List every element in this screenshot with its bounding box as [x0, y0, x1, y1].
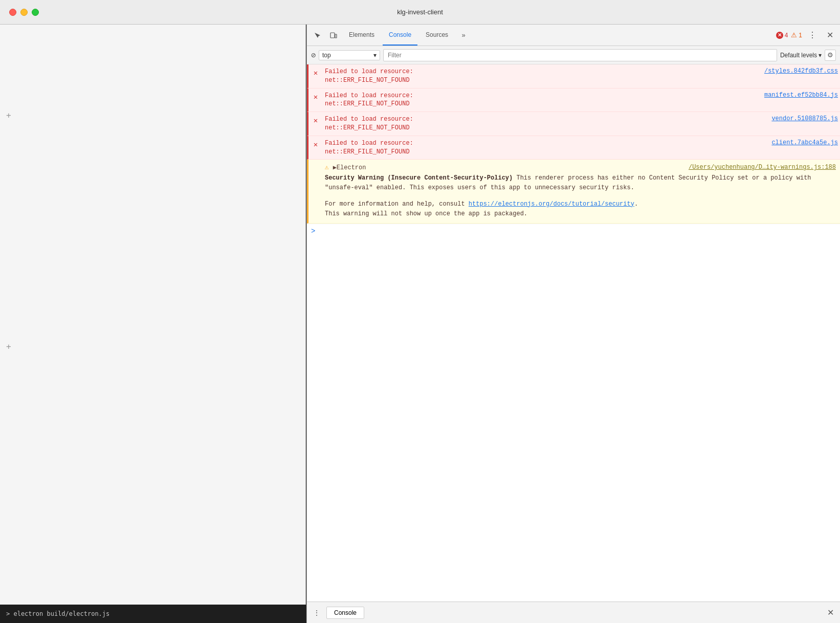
bottom-menu-btn[interactable]: ⋮	[311, 607, 322, 618]
entry-text-2: Failed to load resource: net::ERR_FILE_N…	[325, 92, 413, 109]
window-title: klg-invest-client	[397, 8, 443, 16]
warning-badge: ⚠ 1	[791, 31, 802, 39]
console-settings-btn[interactable]: ⚙	[825, 50, 836, 61]
console-warning-entry: ⚠ ▶Electron /Users/yuchenhuang/D…ity-war…	[307, 160, 840, 224]
entry-text-1: Failed to load resource: net::ERR_FILE_N…	[325, 68, 413, 85]
cursor-icon-btn[interactable]	[310, 28, 324, 42]
warning-header-left: ⚠ ▶Electron	[325, 163, 366, 173]
default-levels-selector[interactable]: Default levels ▾	[780, 52, 822, 59]
error-text-line1-4: Failed to load resource:	[325, 140, 413, 147]
warning-footer-text: This warning will not show up once the a…	[325, 209, 836, 219]
entry-body-1: Failed to load resource: net::ERR_FILE_N…	[323, 64, 840, 88]
devtools-bottom-bar: ⋮ Console ✕	[307, 602, 840, 623]
error-icon: ✕	[776, 32, 783, 39]
error-badge: ✕ 4	[776, 32, 788, 39]
context-selector[interactable]: top ▾	[319, 50, 380, 60]
error-icon-1: ✕	[308, 64, 323, 88]
filter-input[interactable]	[383, 49, 777, 61]
chevron-down-icon: ▾	[373, 52, 377, 59]
tab-console[interactable]: Console	[383, 25, 417, 46]
tab-elements[interactable]: Elements	[343, 25, 381, 46]
error-text-line1-3: Failed to load resource:	[325, 116, 413, 123]
devtools-panel: Elements Console Sources » ✕ 4 ⚠ 1 ⋮ ✕ ⊘…	[306, 25, 840, 623]
entry-text-3: Failed to load resource: net::ERR_FILE_N…	[325, 115, 413, 132]
entry-line-1: Failed to load resource: net::ERR_FILE_N…	[325, 68, 838, 85]
bottom-console-tab[interactable]: Console	[326, 607, 364, 619]
devtools-close-btn[interactable]: ✕	[823, 28, 837, 42]
error-text-line2-4: net::ERR_FILE_NOT_FOUND	[325, 148, 410, 155]
warning-header-row: ⚠ ▶Electron /Users/yuchenhuang/D…ity-war…	[325, 163, 836, 173]
warning-link-prefix: For more information and help, consult	[325, 201, 469, 208]
warning-expander[interactable]: ▶Electron	[333, 164, 366, 171]
traffic-lights	[9, 9, 39, 16]
error-count: 4	[785, 32, 788, 39]
entry-body-4: Failed to load resource: net::ERR_FILE_N…	[323, 136, 840, 160]
warning-body: Security Warning (Insecure Content-Secur…	[325, 173, 836, 193]
context-value: top	[322, 52, 331, 59]
toolbar-right: ✕ 4 ⚠ 1 ⋮ ✕	[776, 28, 837, 42]
error-text-line1-1: Failed to load resource:	[325, 68, 413, 75]
entry-text-4: Failed to load resource: net::ERR_FILE_N…	[325, 139, 413, 157]
entry-body-3: Failed to load resource: net::ERR_FILE_N…	[323, 112, 840, 136]
console-content[interactable]: ✕ Failed to load resource: net::ERR_FILE…	[307, 64, 840, 602]
console-error-entry-2: ✕ Failed to load resource: net::ERR_FILE…	[307, 88, 840, 113]
levels-chevron-icon: ▾	[819, 52, 822, 59]
error-icon-4: ✕	[308, 136, 323, 160]
add-icon-top[interactable]: +	[6, 110, 11, 120]
console-error-entry-3: ✕ Failed to load resource: net::ERR_FILE…	[307, 112, 840, 136]
block-icon[interactable]: ⊘	[311, 51, 316, 60]
warning-link-section: For more information and help, consult h…	[325, 199, 836, 209]
minimize-button[interactable]	[20, 9, 28, 16]
error-source-2[interactable]: manifest.ef52bb84.js	[764, 92, 838, 99]
warning-link[interactable]: https://electronjs.org/docs/tutorial/sec…	[469, 201, 634, 208]
title-bar: klg-invest-client	[0, 0, 840, 25]
error-text-line2-1: net::ERR_FILE_NOT_FOUND	[325, 77, 410, 84]
maximize-button[interactable]	[32, 9, 39, 16]
devtools-toolbar: Elements Console Sources » ✕ 4 ⚠ 1 ⋮ ✕	[307, 25, 840, 46]
console-filter-bar: ⊘ top ▾ Default levels ▾ ⚙	[307, 46, 840, 64]
warning-count: 1	[799, 32, 802, 39]
close-button[interactable]	[9, 9, 16, 16]
warning-source[interactable]: /Users/yuchenhuang/D…ity-warnings.js:188	[689, 163, 836, 172]
warning-link-suffix: .	[634, 201, 638, 208]
console-prompt[interactable]: >	[307, 224, 840, 239]
main-content-area: + +	[0, 25, 306, 623]
warning-triangle-icon: ⚠	[325, 164, 333, 171]
tab-sources[interactable]: Sources	[419, 25, 454, 46]
error-source-1[interactable]: /styles.842fdb3f.css	[764, 68, 838, 75]
more-tabs-btn[interactable]: »	[456, 28, 471, 42]
entry-line-4: Failed to load resource: net::ERR_FILE_N…	[325, 139, 838, 157]
terminal-text: > electron build/electron.js	[6, 610, 109, 617]
add-icon-middle[interactable]: +	[6, 342, 11, 351]
svg-rect-0	[330, 33, 335, 38]
error-text-line1-2: Failed to load resource:	[325, 92, 413, 99]
error-icon-3: ✕	[308, 112, 323, 136]
devtools-menu-btn[interactable]: ⋮	[805, 28, 820, 42]
default-levels-label: Default levels	[780, 52, 817, 59]
console-error-entry-1: ✕ Failed to load resource: net::ERR_FILE…	[307, 64, 840, 88]
svg-rect-1	[335, 34, 337, 38]
error-text-line2-3: net::ERR_FILE_NOT_FOUND	[325, 124, 410, 131]
terminal-bar: > electron build/electron.js	[0, 605, 306, 623]
error-source-3[interactable]: vendor.51088785.js	[771, 115, 838, 122]
error-icon-2: ✕	[308, 88, 323, 112]
error-source-4[interactable]: client.7abc4a5e.js	[771, 139, 838, 146]
warning-icon: ⚠	[791, 31, 797, 39]
error-text-line2-2: net::ERR_FILE_NOT_FOUND	[325, 100, 410, 107]
console-error-entry-4: ✕ Failed to load resource: net::ERR_FILE…	[307, 136, 840, 160]
bottom-close-btn[interactable]: ✕	[825, 607, 836, 618]
device-icon-btn[interactable]	[326, 28, 341, 42]
prompt-arrow: >	[311, 227, 315, 235]
entry-body-2: Failed to load resource: net::ERR_FILE_N…	[323, 88, 840, 112]
warning-title: Security Warning (Insecure Content-Secur…	[325, 174, 513, 182]
entry-line-2: Failed to load resource: net::ERR_FILE_N…	[325, 92, 838, 109]
entry-line-3: Failed to load resource: net::ERR_FILE_N…	[325, 115, 838, 132]
